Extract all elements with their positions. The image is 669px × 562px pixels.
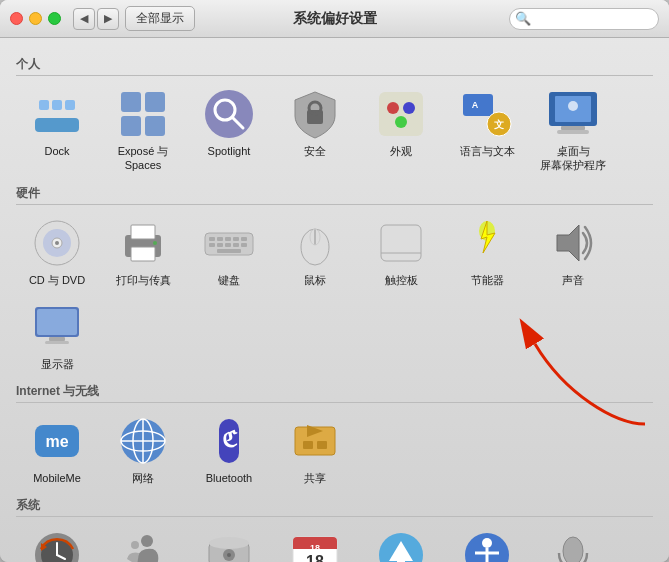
svg-rect-32 [131,247,155,261]
pref-desktop[interactable]: 桌面与屏幕保护程序 [532,82,614,177]
pref-accessibility[interactable]: 万能辅助 [446,523,528,562]
pref-expose[interactable]: Exposé 与Spaces [102,82,184,177]
svg-rect-36 [217,237,223,241]
system-grid: Time Machine 家长控制 [16,523,653,562]
pref-sound[interactable]: 声音 [532,211,614,291]
svg-point-97 [563,537,583,562]
svg-rect-31 [131,225,155,239]
back-button[interactable]: ◀ [73,8,95,30]
svg-rect-41 [217,243,223,247]
svg-point-15 [403,102,415,114]
pref-startup[interactable]: 启动磁盘 [188,523,270,562]
speech-icon [547,529,599,562]
minimize-button[interactable] [29,12,42,25]
pref-keyboard[interactable]: 键盘 [188,211,270,291]
bluetooth-label: Bluetooth [206,471,252,485]
pref-language[interactable]: 文 A 语言与文本 [446,82,528,177]
expose-icon [117,88,169,140]
accessibility-icon [461,529,513,562]
pref-parental[interactable]: 家长控制 [102,523,184,562]
spotlight-icon [203,88,255,140]
pref-mobileme[interactable]: me MobileMe [16,409,98,489]
cddvd-icon [31,217,83,269]
svg-point-77 [131,541,139,549]
sound-icon [547,217,599,269]
desktop-label: 桌面与屏幕保护程序 [540,144,606,173]
pref-dock[interactable]: Dock [16,82,98,177]
personal-grid: Dock Exposé 与Spaces [16,82,653,177]
desktop-icon [547,88,599,140]
search-input[interactable] [509,8,659,30]
close-button[interactable] [10,12,23,25]
svg-rect-35 [209,237,215,241]
svg-rect-69 [303,441,313,449]
traffic-lights [10,12,61,25]
section-label-system: 系统 [16,497,653,517]
pref-datetime[interactable]: 18 18 日期与时间 [274,523,356,562]
svg-rect-7 [145,116,165,136]
svg-rect-70 [317,441,327,449]
mobileme-label: MobileMe [33,471,81,485]
svg-rect-44 [241,243,247,247]
parental-icon [117,529,169,562]
show-all-button[interactable]: 全部显示 [125,6,195,31]
pref-trackpad[interactable]: 触控板 [360,211,442,291]
forward-button[interactable]: ▶ [97,8,119,30]
display-icon [31,301,83,353]
internet-grid: me MobileMe 网络 [16,409,653,489]
svg-rect-23 [561,126,585,130]
maximize-button[interactable] [48,12,61,25]
svg-rect-2 [52,100,62,110]
svg-point-80 [209,537,249,549]
pref-mouse[interactable]: 鼠标 [274,211,356,291]
window-title: 系统偏好设置 [293,10,377,28]
language-icon: 文 A [461,88,513,140]
search-wrapper: 🔍 [509,8,659,30]
sharing-icon [289,415,341,467]
mobileme-icon: me [31,415,83,467]
pref-bluetooth[interactable]: ℭ Bluetooth [188,409,270,489]
sharing-label: 共享 [304,471,326,485]
svg-point-92 [482,538,492,548]
pref-display[interactable]: 显示器 [16,295,98,375]
svg-rect-42 [225,243,231,247]
svg-rect-55 [37,309,77,335]
svg-rect-4 [121,92,141,112]
svg-point-14 [387,102,399,114]
svg-rect-3 [65,100,75,110]
pref-energy[interactable]: 节能器 [446,211,528,291]
dock-icon [31,88,83,140]
pref-cddvd[interactable]: CD 与 DVD [16,211,98,291]
svg-rect-43 [233,243,239,247]
svg-rect-6 [121,116,141,136]
bluetooth-icon: ℭ [203,415,255,467]
pref-speech[interactable]: 语音 [532,523,614,562]
pref-timemachine[interactable]: Time Machine [16,523,98,562]
pref-spotlight[interactable]: Spotlight [188,82,270,177]
titlebar: ◀ ▶ 全部显示 系统偏好设置 🔍 [0,0,669,38]
network-icon [117,415,169,467]
pref-network[interactable]: 网络 [102,409,184,489]
pref-print[interactable]: 打印与传真 [102,211,184,291]
pref-appearance[interactable]: 外观 [360,82,442,177]
svg-rect-5 [145,92,165,112]
svg-text:A: A [472,100,479,110]
svg-point-33 [153,241,157,245]
mouse-label: 鼠标 [304,273,326,287]
svg-point-25 [568,101,578,111]
svg-point-8 [205,90,253,138]
svg-rect-57 [45,341,69,344]
trackpad-icon [375,217,427,269]
appearance-label: 外观 [390,144,412,158]
pref-softwareupdate[interactable]: 软件更新 [360,523,442,562]
svg-point-82 [227,553,231,557]
mouse-icon [289,217,341,269]
datetime-icon: 18 18 [289,529,341,562]
pref-security[interactable]: 安全 [274,82,356,177]
svg-rect-40 [209,243,215,247]
spotlight-label: Spotlight [208,144,251,158]
pref-sharing[interactable]: 共享 [274,409,356,489]
timemachine-icon [31,529,83,562]
cddvd-label: CD 与 DVD [29,273,85,287]
sound-label: 声音 [562,273,584,287]
